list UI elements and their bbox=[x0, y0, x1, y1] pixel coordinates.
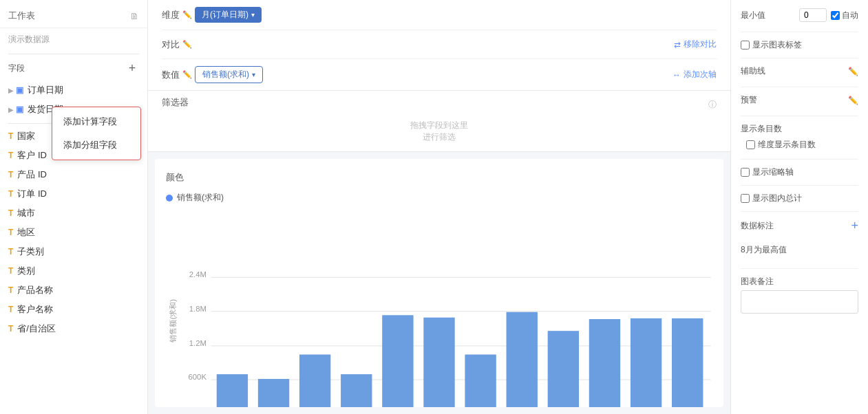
aux-line-edit-icon[interactable]: ✏️ bbox=[848, 67, 858, 76]
dimension-label: 维度 ✏️ bbox=[162, 9, 195, 21]
show-label-checkbox[interactable] bbox=[741, 41, 750, 50]
dim-count-checkbox[interactable] bbox=[746, 140, 755, 149]
sidebar-item-product-id[interactable]: T 产品 ID bbox=[0, 165, 147, 184]
bar-feb bbox=[258, 379, 289, 407]
sidebar-item-region[interactable]: T 地区 bbox=[0, 223, 147, 242]
sidebar-item-product-name[interactable]: T 产品名称 bbox=[0, 281, 147, 300]
show-total-checkbox[interactable] bbox=[741, 194, 750, 203]
bar-jul bbox=[465, 355, 496, 407]
chart-controls: 维度 ✏️ 月(订单日期) ▾ 对比 ✏️ ⇄ 移除对比 数值 ✏️ bbox=[148, 0, 730, 91]
value-edit-icon[interactable]: ✏️ bbox=[182, 70, 192, 79]
bar-chart-svg: 销售额(求和) 0 600K 1.2M 1.8M 2.4M 1月 bbox=[166, 210, 712, 407]
bar-apr bbox=[341, 374, 372, 407]
fields-section-header: 字段 + bbox=[0, 57, 147, 79]
text-icon-country: T bbox=[8, 131, 13, 141]
show-label-row: 显示图表标签 bbox=[741, 39, 858, 51]
country-label: 国家 bbox=[17, 130, 35, 142]
legend-label: 销售额(求和) bbox=[177, 192, 224, 204]
sidebar-item-customer-name[interactable]: T 客户名称 bbox=[0, 300, 147, 319]
value-label: 数值 ✏️ bbox=[162, 69, 195, 81]
add-group-field-item[interactable]: 添加分组字段 bbox=[52, 133, 140, 157]
sidebar-item-order-id[interactable]: T 订单 ID bbox=[0, 184, 147, 204]
compare-edit-icon[interactable]: ✏️ bbox=[182, 40, 192, 49]
sidebar-item-order-date[interactable]: ▶ ▣ 订单日期 bbox=[0, 80, 147, 100]
right-panel: 最小值 自动 显示图表标签 辅助线 ✏️ 预警 ✏️ 显示条目数 维度显示条目数 bbox=[730, 0, 868, 414]
sidebar-title: 工作表 bbox=[8, 10, 35, 22]
chart-note-input[interactable] bbox=[741, 290, 858, 314]
fields-label: 字段 bbox=[8, 63, 25, 74]
province-label: 省/自治区 bbox=[17, 323, 56, 335]
color-section: 颜色 销售额(求和) bbox=[166, 166, 712, 206]
text-icon-cat: T bbox=[8, 266, 13, 276]
dimension-edit-icon[interactable]: ✏️ bbox=[182, 10, 192, 19]
text-icon-prov: T bbox=[8, 324, 13, 334]
dimension-row: 维度 ✏️ 月(订单日期) ▾ bbox=[162, 0, 717, 30]
order-date-label: 订单日期 bbox=[28, 84, 63, 96]
bar-may bbox=[382, 315, 413, 407]
min-value-input[interactable] bbox=[799, 8, 827, 22]
sidebar: 工作表 🗎 演示数据源 字段 + 添加计算字段 添加分组字段 ▶ ▣ 订单日期 … bbox=[0, 0, 148, 414]
text-icon-pname: T bbox=[8, 285, 13, 295]
aux-line-row: 辅助线 ✏️ bbox=[741, 65, 858, 77]
product-name-label: 产品名称 bbox=[17, 284, 53, 296]
bar-aug bbox=[507, 312, 538, 407]
sidebar-item-category[interactable]: T 类别 bbox=[0, 261, 147, 281]
remove-compare-button[interactable]: ⇄ 移除对比 bbox=[674, 39, 717, 50]
add-axis-button[interactable]: ↔ 添加次轴 bbox=[673, 69, 717, 80]
dim-count-row: 维度显示条目数 bbox=[741, 139, 858, 151]
bar-jun bbox=[423, 318, 454, 407]
add-calc-field-item[interactable]: 添加计算字段 bbox=[52, 110, 140, 133]
expand-icon2: ▶ bbox=[8, 106, 14, 113]
text-icon-region: T bbox=[8, 228, 13, 237]
show-zoom-checkbox[interactable] bbox=[741, 168, 750, 177]
sidebar-item-province[interactable]: T 省/自治区 bbox=[0, 319, 147, 338]
filter-area: 筛选器 ⓘ 拖拽字段到这里进行筛选 bbox=[148, 91, 730, 152]
bar-nov bbox=[631, 318, 661, 407]
compare-icon: ⇄ bbox=[674, 40, 681, 50]
sidebar-item-subcategory[interactable]: T 子类别 bbox=[0, 242, 147, 261]
chart-svg-container: 销售额(求和) 0 600K 1.2M 1.8M 2.4M 1月 bbox=[166, 210, 712, 407]
color-label: 颜色 bbox=[166, 171, 712, 186]
expand-icon: ▶ bbox=[8, 87, 14, 94]
min-value-label: 最小值 bbox=[741, 10, 799, 21]
text-icon-oid: T bbox=[8, 189, 13, 199]
max-note: 8月为最高值 bbox=[741, 243, 858, 261]
show-label-label: 显示图表标签 bbox=[752, 39, 802, 51]
show-count-label: 显示条目数 bbox=[741, 123, 858, 135]
order-id-label: 订单 ID bbox=[17, 188, 47, 200]
city-label: 城市 bbox=[17, 207, 35, 219]
dimension-tag[interactable]: 月(订单日期) ▾ bbox=[195, 7, 262, 23]
chart-note-label: 图表备注 bbox=[741, 276, 858, 287]
bar-sep bbox=[548, 331, 579, 407]
show-zoom-label: 显示缩略轴 bbox=[752, 166, 794, 178]
auto-checkbox[interactable] bbox=[831, 11, 840, 20]
show-count-section: 显示条目数 维度显示条目数 bbox=[741, 123, 858, 151]
auto-label: 自动 bbox=[842, 10, 858, 21]
compare-label: 对比 ✏️ bbox=[162, 39, 195, 51]
subcategory-label: 子类别 bbox=[17, 246, 44, 258]
data-mark-add-button[interactable]: + bbox=[851, 219, 858, 233]
add-field-button[interactable]: + bbox=[125, 61, 139, 75]
region-label: 地区 bbox=[17, 226, 35, 239]
value-row: 数值 ✏️ 销售额(求和) ▾ ↔ 添加次轴 bbox=[162, 59, 717, 90]
value-tag-arrow: ▾ bbox=[252, 71, 255, 78]
compare-row: 对比 ✏️ ⇄ 移除对比 bbox=[162, 30, 717, 59]
filter-label: 筛选器 bbox=[162, 96, 189, 109]
calendar-icon: ▣ bbox=[16, 85, 23, 95]
chart-legend: 销售额(求和) bbox=[166, 192, 712, 204]
chart-note-section: 图表备注 bbox=[741, 276, 858, 314]
bar-jan bbox=[217, 374, 248, 407]
svg-text:600K: 600K bbox=[189, 373, 207, 381]
axis-icon: ↔ bbox=[673, 70, 681, 80]
warning-label: 预警 bbox=[741, 94, 848, 106]
dim-count-label: 维度显示条目数 bbox=[758, 139, 816, 151]
text-icon-city: T bbox=[8, 208, 13, 218]
field-dropdown-menu: 添加计算字段 添加分组字段 bbox=[52, 107, 141, 160]
warning-edit-icon[interactable]: ✏️ bbox=[848, 96, 858, 105]
legend-dot bbox=[166, 195, 173, 201]
new-doc-icon[interactable]: 🗎 bbox=[130, 11, 139, 21]
sidebar-item-city[interactable]: T 城市 bbox=[0, 204, 147, 223]
text-icon-cid: T bbox=[8, 151, 13, 160]
bar-dec bbox=[672, 318, 703, 407]
value-tag[interactable]: 销售额(求和) ▾ bbox=[195, 66, 263, 83]
